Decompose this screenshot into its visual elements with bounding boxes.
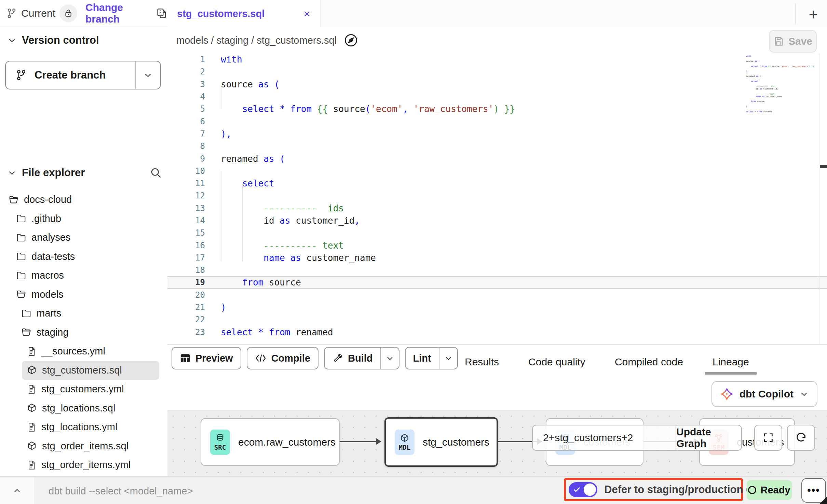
chevron-up-icon <box>12 486 22 495</box>
new-tab-button[interactable]: + <box>804 5 823 24</box>
line-number: 10 <box>167 166 221 176</box>
tree-item--github[interactable]: .github <box>11 209 159 228</box>
tree-item-label: __sources.yml <box>41 346 105 357</box>
lineage-node-ecom-raw-customers[interactable]: SRC ecom.raw_customers <box>201 418 340 466</box>
update-graph-button[interactable]: Update Graph <box>676 425 741 450</box>
line-number: 19 <box>167 278 221 287</box>
tree-item-staging[interactable]: staging <box>16 323 159 342</box>
graph-selector-input[interactable] <box>533 425 676 450</box>
current-branch[interactable]: Current <box>6 4 77 22</box>
copy-icon[interactable] <box>156 8 167 19</box>
database-icon <box>215 433 225 443</box>
indent-guide <box>221 171 221 262</box>
graph-selector-toolbar: Update Graph <box>532 425 742 451</box>
code-line-20[interactable]: 20 <box>167 289 827 301</box>
save-button[interactable]: Save <box>769 30 817 53</box>
tree-item-models[interactable]: models <box>11 285 159 304</box>
code-line-11[interactable]: 11 select <box>167 177 827 190</box>
tabbar-divider <box>795 3 796 24</box>
code-line-4[interactable]: 4 <box>167 90 827 103</box>
code-line-6[interactable]: 6 <box>167 115 827 127</box>
tree-item-label: models <box>31 289 64 300</box>
tree-item-stg-customers-yml[interactable]: stg_customers.yml <box>22 380 159 399</box>
tab-code-quality[interactable]: Code quality <box>525 347 589 377</box>
file-explorer-header[interactable]: File explorer <box>8 167 85 179</box>
code-line-13[interactable]: 13 ---------- ids <box>167 202 827 214</box>
tree-item-docs-cloud[interactable]: docs-cloud <box>4 190 159 209</box>
lineage-graph[interactable]: SRC ecom.raw_customers MDL stg_customers… <box>167 410 827 477</box>
version-control-header[interactable]: Version control <box>8 34 99 46</box>
line-number: 15 <box>167 228 221 238</box>
code-line-1[interactable]: 1with <box>167 53 827 66</box>
code-line-12[interactable]: 12 <box>167 190 827 202</box>
compass-icon[interactable] <box>343 33 358 48</box>
tree-item-stg-locations-sql[interactable]: stg_locations.sql <box>22 399 159 418</box>
tree-item-stg-order-items-yml[interactable]: stg_order_items.yml <box>22 456 159 475</box>
code-line-22[interactable]: 22 <box>167 313 827 326</box>
line-number: 13 <box>167 204 221 213</box>
code-line-18[interactable]: 18 <box>167 264 827 276</box>
code-text: source as ( <box>221 79 280 89</box>
tree-item-data-tests[interactable]: data-tests <box>11 247 159 266</box>
code-line-7[interactable]: 7), <box>167 128 827 140</box>
search-icon[interactable] <box>150 167 162 179</box>
tab-compiled-code[interactable]: Compiled code <box>611 347 687 377</box>
dbt-copilot-button[interactable]: dbt Copilot <box>711 381 817 407</box>
code-line-5[interactable]: 5 select * from {{ source('ecom', 'raw_c… <box>167 103 827 115</box>
code-line-9[interactable]: 9renamed as ( <box>167 152 827 165</box>
lineage-edge <box>498 441 537 442</box>
tree-item--sources-yml[interactable]: __sources.yml <box>22 342 159 361</box>
code-line-10[interactable]: 10 <box>167 165 827 177</box>
scrollbar-thumb[interactable] <box>820 165 827 168</box>
code-text: select <box>221 178 274 188</box>
tree-item-label: analyses <box>31 232 70 243</box>
lineage-node-stg-customers[interactable]: MDL stg_customers <box>384 417 498 467</box>
action-row: Preview Compile Build <box>167 344 827 381</box>
preview-button[interactable]: Preview <box>172 347 241 369</box>
code-line-8[interactable]: 8 <box>167 140 827 152</box>
lint-dropdown[interactable] <box>439 348 457 369</box>
tree-item-stg-customers-sql[interactable]: stg_customers.sql <box>22 361 159 380</box>
code-line-23[interactable]: 23select * from renamed <box>167 326 827 338</box>
folder-open-icon <box>21 327 31 337</box>
chevron-down-icon <box>8 168 16 177</box>
defer-toggle[interactable] <box>569 482 597 497</box>
close-icon[interactable]: × <box>303 8 310 19</box>
refresh-button[interactable] <box>787 425 815 451</box>
cube-icon <box>400 433 409 443</box>
tree-item-analyses[interactable]: analyses <box>11 228 159 247</box>
create-branch-label: Create branch <box>35 69 106 81</box>
fullscreen-button[interactable] <box>754 425 782 451</box>
tree-item-stg-locations-yml[interactable]: stg_locations.yml <box>22 418 159 437</box>
tab-lineage[interactable]: Lineage <box>709 347 753 377</box>
lint-label: Lint <box>413 353 431 364</box>
code-line-3[interactable]: 3source as ( <box>167 78 827 90</box>
sidebar: Current Change branch Version control <box>0 0 168 476</box>
code-line-21[interactable]: 21) <box>167 301 827 313</box>
code-editor[interactable]: 1with23source as (45 select * from {{ so… <box>167 53 827 344</box>
collapse-command-bar[interactable] <box>0 477 34 504</box>
line-number: 16 <box>167 241 221 250</box>
tree-item-marts[interactable]: marts <box>16 304 159 323</box>
tree-item-stg-order-items-sql[interactable]: stg_order_items.sql <box>22 437 159 456</box>
tab-results[interactable]: Results <box>461 347 502 377</box>
lint-button[interactable]: Lint <box>405 347 458 369</box>
change-branch-link[interactable]: Change branch <box>85 2 148 25</box>
code-line-19[interactable]: 19 from source <box>167 276 827 289</box>
code-line-17[interactable]: 17 name as customer_name <box>167 252 827 264</box>
doc-icon <box>27 460 36 470</box>
tab-stg-customers-sql[interactable]: stg_customers.sql × <box>167 0 321 27</box>
chevron-down-icon <box>800 390 809 398</box>
command-input[interactable] <box>35 477 521 504</box>
create-branch-button[interactable]: Create branch <box>5 61 161 89</box>
create-branch-dropdown[interactable] <box>135 61 160 89</box>
code-line-15[interactable]: 15 <box>167 227 827 239</box>
build-dropdown[interactable] <box>380 348 399 369</box>
code-line-2[interactable]: 2 <box>167 66 827 78</box>
branch-header: Current Change branch <box>0 0 167 27</box>
compile-button[interactable]: Compile <box>247 347 318 369</box>
code-line-16[interactable]: 16 ---------- text <box>167 239 827 251</box>
build-button[interactable]: Build <box>324 347 399 369</box>
code-line-14[interactable]: 14 id as customer_id, <box>167 214 827 227</box>
tree-item-macros[interactable]: macros <box>11 266 159 285</box>
